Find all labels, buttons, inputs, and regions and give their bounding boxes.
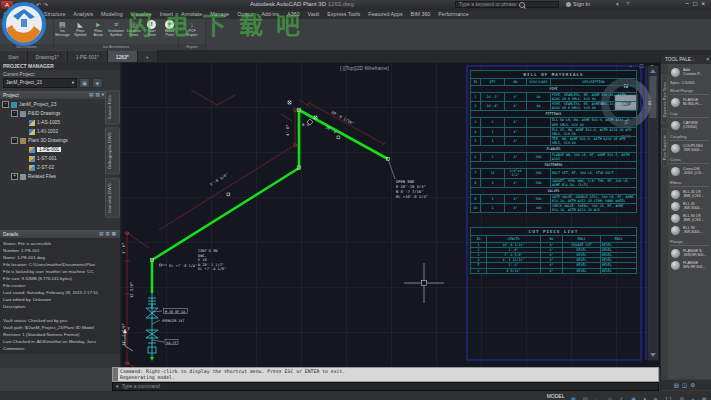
status-toggle-icon[interactable]: ▦ <box>700 396 708 400</box>
ribbon-tab[interactable]: A360 <box>283 10 303 19</box>
status-toggle-icon[interactable]: 1:1 <box>664 396 674 400</box>
command-customize-icon[interactable]: ▾ <box>116 383 119 390</box>
status-toggle-icon[interactable]: ∟ <box>594 396 602 400</box>
tool-palette-entry[interactable]: Cap <box>670 111 709 118</box>
tool-palette-entry[interactable]: Spec: CS300 <box>670 80 709 85</box>
status-toggle-icon[interactable]: + <box>690 396 696 400</box>
tree-item[interactable]: 2-ST-02 <box>0 163 120 172</box>
iso-message-button[interactable]: ▤ Iso Message <box>54 20 71 38</box>
tool-palette-entry[interactable]: FLANGE WN,RF,300... <box>669 259 710 271</box>
tree-expand-toggle[interactable]: - <box>11 110 18 117</box>
open-project-button[interactable]: ▣ <box>79 78 90 88</box>
infocenter-icons[interactable]: ▾ ? <box>616 1 632 7</box>
ribbon-tab[interactable]: Express Tools <box>323 10 364 19</box>
svg-text:N 20'-1 1/2": N 20'-1 1/2" <box>198 263 224 267</box>
tree-item[interactable]: 1-PE-001 <box>0 145 120 154</box>
tool-palette-entry[interactable]: FLANGE S ,WN,RF,300... <box>669 247 710 259</box>
tree-item-label: Related Files <box>28 174 56 179</box>
palette-side-tab[interactable]: Isometric DWG <box>105 178 120 218</box>
tree-item-label: 1-PE-001 <box>37 147 61 152</box>
ribbon-tab[interactable]: Visualize <box>127 10 156 19</box>
start-point-button[interactable]: ! Start Point <box>143 20 160 38</box>
flow-arrow-button[interactable]: ► Flow Arrow <box>90 20 107 38</box>
status-toggle-icon[interactable]: ▤ <box>582 396 590 400</box>
ribbon-tab[interactable]: Add-ins <box>257 10 283 19</box>
file-tab[interactable]: Drawing1* <box>28 50 68 62</box>
tree-item[interactable]: + Related Files <box>0 172 120 181</box>
details-header-icons[interactable]: ▤▥▦ <box>99 230 120 238</box>
insulation-symbol-button[interactable]: ≡ Insulation Symbol <box>108 20 125 38</box>
status-toggle-icon[interactable]: ▦ <box>569 396 577 400</box>
restore-button[interactable]: □ <box>693 0 701 7</box>
svg-text:4'-8": 4'-8" <box>285 125 290 136</box>
refresh-project-button[interactable]: ◈ <box>92 78 103 88</box>
command-window-grip[interactable] <box>113 368 118 381</box>
tool-palette-entry[interactable]: ELL 90 ,SW,3000... <box>669 224 710 236</box>
file-tab[interactable]: 1263* <box>108 50 138 62</box>
status-toggle-icon[interactable]: ▾ <box>642 396 648 400</box>
valve-assembly[interactable] <box>146 293 158 358</box>
tool-palette-entry[interactable]: ELL 45 LR ,BW, (CS3... <box>669 188 710 200</box>
file-tab[interactable]: 1-PE-001* <box>68 50 108 62</box>
pcf-export-button[interactable]: ↓ PCF Export <box>184 20 201 38</box>
ribbon-tab[interactable]: Annotate <box>177 10 206 19</box>
search-input[interactable]: Type a keyword or phrase <box>455 1 559 8</box>
tool-palette-entry-label: Spec: CS300 <box>670 80 695 85</box>
tree-expand-toggle[interactable]: + <box>11 173 18 180</box>
tree-item[interactable]: - P&ID Drawings <box>0 109 120 118</box>
search-icon[interactable] <box>519 2 525 8</box>
ribbon-tab[interactable]: BIM 360 <box>407 10 435 19</box>
tree-item[interactable]: - JanM_Project_23 <box>0 100 120 109</box>
status-toggle-icon[interactable]: ⚙ <box>678 396 685 400</box>
tool-palette-entry[interactable]: Blind Flange <box>670 88 709 95</box>
tool-palette-entry[interactable]: Elbow <box>670 180 709 187</box>
document-title: 1263.dwg <box>328 1 354 7</box>
tool-palette-entry[interactable]: Flange <box>670 239 709 246</box>
ribbon-tab[interactable]: Manage <box>206 10 233 19</box>
tree-expand-toggle[interactable]: - <box>11 137 18 144</box>
ribbon-tab[interactable]: Output <box>233 10 257 19</box>
floor-symbol-button[interactable]: ◣ Floor Symbol <box>72 20 89 38</box>
tool-palette-entry[interactable]: ELL 45 ,SW,3000... <box>669 200 710 212</box>
break-point-button[interactable]: × Break Point <box>161 20 178 38</box>
tool-palette-entry[interactable]: CAP,BW, (CS300) <box>669 119 710 131</box>
tool-palette-entry[interactable]: FLANGE BLIND,FL... <box>669 96 710 108</box>
ribbon-tab[interactable]: Vault <box>304 10 324 19</box>
drawing-file-tabs: Start Drawing1* 1-PE-001* 1263* + <box>0 50 711 62</box>
file-tab[interactable]: + <box>138 50 158 62</box>
close-icon[interactable]: × <box>706 55 709 64</box>
close-button[interactable]: × <box>701 0 709 7</box>
tool-palette-entry[interactable]: Coupling <box>670 134 709 141</box>
tool-palette-tab[interactable]: Dynamic Pipe Spec <box>661 75 668 124</box>
status-toggle-icon[interactable]: ⊙ <box>606 396 613 400</box>
ribbon-tab[interactable]: Insert <box>156 10 177 19</box>
tool-palette-entry[interactable]: Add Custom P... <box>669 66 710 78</box>
tree-expand-toggle[interactable]: - <box>2 101 9 108</box>
tree-item[interactable]: 1-AS-1005 <box>0 118 120 127</box>
model-space-button[interactable]: MODEL <box>547 393 565 399</box>
palette-side-tab[interactable]: Orthographic DWG <box>105 127 120 174</box>
ribbon-tab[interactable]: Modeling <box>97 10 127 19</box>
tool-palette-entry[interactable]: ELL 90 LR ,BW, (CS3... <box>669 212 710 224</box>
table-row: 68 9/16"4"BEVELBEVEL <box>471 268 637 273</box>
palette-side-tab[interactable]: Source Files <box>105 90 120 124</box>
location-point-button[interactable]: ◎ Location Point <box>125 20 142 38</box>
ribbon-tab[interactable]: Analysis <box>69 10 97 19</box>
sign-in-button[interactable]: Sign In <box>566 1 590 7</box>
ribbon-tab[interactable]: Performance <box>434 10 472 19</box>
tool-palette-entry[interactable]: Cross,DN ,3000 ,(CS... <box>669 165 710 177</box>
details-line: Last Checked in: ADS\matthei on Monday, … <box>3 338 120 345</box>
status-toggle-icon[interactable]: ▣ <box>630 396 638 400</box>
ribbon-tab[interactable]: Featured Apps <box>364 10 406 19</box>
tree-item[interactable]: 1-KI-1002 <box>0 127 120 136</box>
tree-item[interactable]: 1-ST-001 <box>0 154 120 163</box>
tool-palette-entry[interactable]: COUPLING ,SW,3000... <box>669 142 710 154</box>
project-dropdown[interactable]: JanM_Project_23 ▾ <box>3 78 77 88</box>
file-tab[interactable]: Start <box>0 50 28 62</box>
tree-item[interactable]: - Plant 3D Drawings <box>0 136 120 145</box>
tool-palette-entry[interactable]: Cross <box>670 157 709 164</box>
pipe-route-highlighted[interactable] <box>150 110 388 361</box>
tool-palette-tab[interactable]: Pipe Supports <box>661 128 668 167</box>
status-toggle-icon[interactable]: ⊕ <box>652 396 659 400</box>
status-toggle-icon[interactable]: ∠ <box>618 396 625 400</box>
